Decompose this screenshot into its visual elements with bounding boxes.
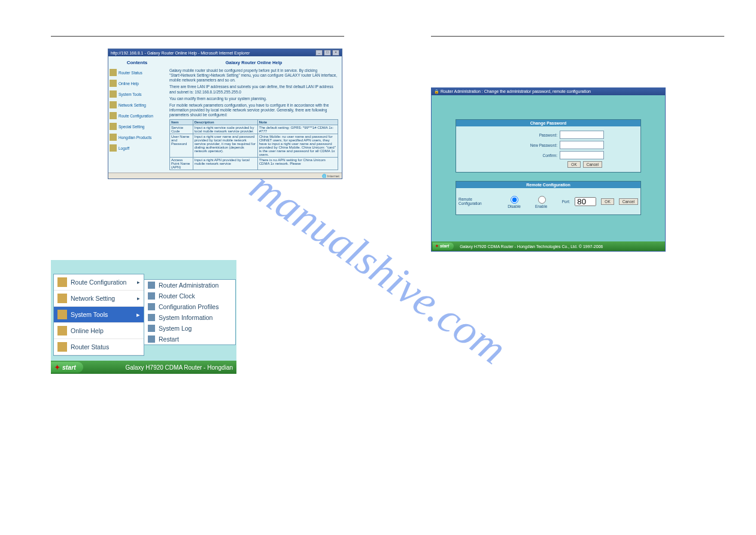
port-field[interactable] [575,197,596,206]
help-para: You can modify them according to your sy… [169,96,338,101]
special-icon [110,123,117,130]
chevron-right-icon: ▸ [137,279,140,285]
submenu-item-router-admin[interactable]: Router Administration [144,280,235,291]
help-icon [110,80,117,87]
cell: Access Point Name (APN) [170,158,193,170]
nav-label: System Tools [119,92,142,96]
nav-item-online-help[interactable]: Online Help [110,80,165,87]
cell: Input a right service code provided by l… [193,125,257,134]
remote-label: Remote Configuration [459,197,492,205]
enable-radio[interactable] [538,196,546,204]
close-icon[interactable]: × [332,50,339,56]
nav-label: Hongdian Products [119,135,151,140]
route-icon [110,112,117,119]
change-password-panel: Change Password Password: New Password: … [456,119,641,173]
taskbar-status: Galaxy H7920 CDMA Router - Hongdian Tech… [460,244,603,249]
nav-item-router-status[interactable]: Router Status [110,69,165,76]
start-menu-main: Route Configuration▸ Network Setting▸ Sy… [53,274,144,356]
window-controls: _ □ × [315,50,339,56]
taskbar-status: Galaxy H7920 CDMA Router - Hongdian [125,364,233,371]
panel-title: Remote Configuration [456,182,640,188]
submenu-label: Configuration Profiles [159,303,218,310]
submenu-label: Router Administration [159,282,218,289]
submenu-item-system-info[interactable]: System Information [144,312,235,323]
nav-item-route-config[interactable]: Route Configuration [110,112,165,119]
nav-label: Online Help [119,81,139,86]
help-table: Item Description Note Service Code Input… [169,119,338,170]
log-icon [148,325,155,332]
startmenu-area: Route Configuration▸ Network Setting▸ Sy… [51,260,236,374]
help-body: Contents Router Status Online Help Syste… [108,56,342,173]
nav-label: Route Configuration [119,114,153,118]
statusbar: 🌐 Internet [108,173,342,179]
chevron-right-icon: ▸ [137,295,140,301]
cell: China Mobile: no user name and password … [257,134,338,158]
panel-body: Remote Configuration Disable Enable Port… [456,188,640,214]
submenu-item-restart[interactable]: Restart [144,334,235,344]
menu-item-router-status[interactable]: Router Status [54,339,144,355]
admin-titlebar: 🔒 Router Administration : Change the adm… [432,88,665,95]
clock-icon [148,292,155,300]
products-icon [110,134,117,141]
submenu-label: System Log [159,325,192,332]
nav-label: Logoff [119,146,129,150]
taskbar: ✦ start Galaxy H7920 CDMA Router - Hongd… [51,361,236,374]
route-icon [57,277,67,287]
cell: Input a right APN provided by local mobi… [193,158,257,170]
nav-item-logoff[interactable]: Logoff [110,144,165,152]
table-row: Access Point Name (APN) Input a right AP… [170,158,338,170]
nav-item-system-tools[interactable]: System Tools [110,90,165,98]
maximize-icon[interactable]: □ [324,50,331,56]
start-label: start [62,364,76,371]
new-password-field[interactable] [560,141,604,149]
admin-title: Router Administration : Change the admin… [441,89,591,93]
confirm-field[interactable] [560,151,604,159]
admin-icon [148,282,155,289]
window-title: http://192.168.8.1 - Galaxy Router Onlin… [111,51,250,55]
page-divider [51,36,344,37]
nav-item-special-setting[interactable]: Special Setting [110,123,165,130]
table-row: User Name and Password Input a right use… [170,134,338,158]
start-button[interactable]: ✦ start [433,243,454,250]
start-icon: ✦ [435,244,439,248]
submenu-label: Restart [159,335,179,343]
menu-label: Route Configuration [71,279,126,286]
status-icon [110,69,117,76]
start-button[interactable]: ✦ start [51,362,83,373]
submenu-item-system-log[interactable]: System Log [144,323,235,334]
disable-radio[interactable] [511,196,518,204]
help-icon [57,326,67,335]
new-password-label: New Password: [459,143,557,147]
help-para: Galaxy mobile router should be configure… [169,68,338,83]
password-field[interactable] [560,131,604,139]
cell: There is no APN setting for China Unicom… [257,158,338,170]
th-desc: Description [193,120,257,125]
menu-item-route-config[interactable]: Route Configuration▸ [54,274,144,291]
startmenu-screenshot: Route Configuration▸ Network Setting▸ Sy… [51,260,236,374]
cancel-button[interactable]: Cancel [583,161,602,168]
menu-item-network-setting[interactable]: Network Setting▸ [54,291,144,307]
ok-button[interactable]: OK [601,198,614,205]
button-row: OK Cancel [459,161,638,168]
minimize-icon[interactable]: _ [315,50,323,56]
network-icon [57,294,67,303]
menu-item-online-help[interactable]: Online Help [54,323,144,339]
submenu-item-config-profiles[interactable]: Configuration Profiles [144,301,235,312]
cell: Input a right user name and password pro… [193,134,257,158]
ok-button[interactable]: OK [567,161,580,168]
globe-icon: 🌐 [322,174,326,178]
nav-item-hongdian-products[interactable]: Hongdian Products [110,134,165,141]
disable-option[interactable]: Disable [508,194,530,208]
th-note: Note [257,120,338,125]
cell: User Name and Password [170,134,193,158]
nav-item-network-setting[interactable]: Network Setting [110,101,165,108]
th-item: Item [170,120,193,125]
menu-item-system-tools[interactable]: System Tools▸ [54,307,144,323]
new-password-row: New Password: [459,141,638,149]
status-text: Internet [327,174,339,178]
cancel-button[interactable]: Cancel [619,198,638,205]
confirm-label: Confirm: [459,153,557,158]
network-icon [110,101,117,108]
enable-option[interactable]: Enable [535,194,557,208]
submenu-item-router-clock[interactable]: Router Clock [144,291,235,301]
